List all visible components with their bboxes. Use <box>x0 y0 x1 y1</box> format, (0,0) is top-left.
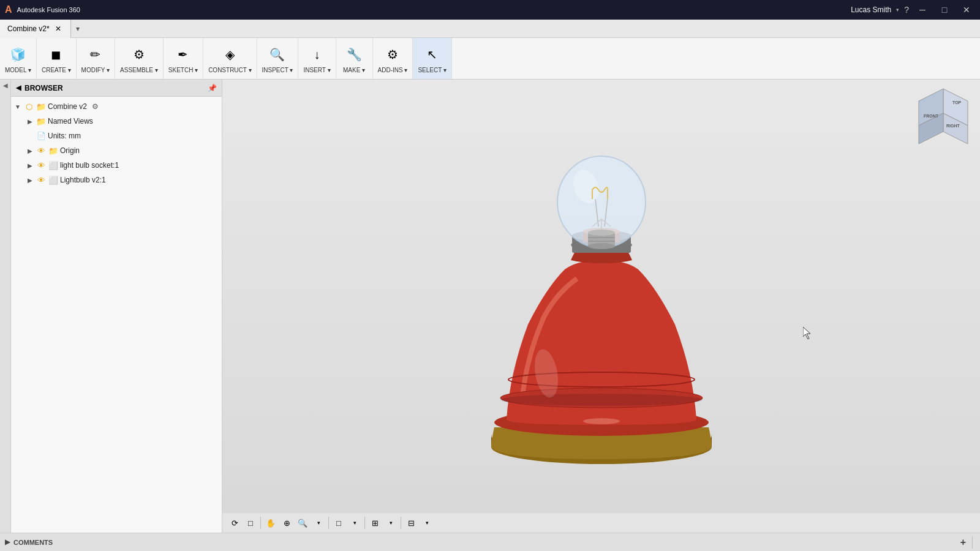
toolbar-modify-icon: ✏ <box>85 43 107 66</box>
browser-title: BROWSER <box>24 84 63 92</box>
tree-item-units[interactable]: ▶ 📄 Units: mm <box>23 129 222 143</box>
bulb-socket-box-icon: ⬜ <box>48 160 59 171</box>
toolbar-select-group[interactable]: ↖SELECT ▾ <box>413 38 452 79</box>
origin-folder-icon: 📁 <box>48 145 59 156</box>
toolbar-make-icon: 🔧 <box>343 43 365 66</box>
toolbar-construct-group[interactable]: ◈CONSTRUCT ▾ <box>203 38 257 79</box>
display-arrow-icon[interactable]: ▾ <box>347 515 362 530</box>
layout-arrow-icon[interactable]: ▾ <box>420 515 434 530</box>
tree-root[interactable]: ▼ ⬡ 📁 Combine v2 ⚙ <box>11 99 222 114</box>
toolbar-addins-icon: ⚙ <box>382 43 404 66</box>
root-settings-icon[interactable]: ⚙ <box>92 102 99 111</box>
browser-tree: ▼ ⬡ 📁 Combine v2 ⚙ ▶ 📁 Named Views ▶ 📄 U… <box>11 97 222 533</box>
browser-header: ◀ BROWSER 📌 <box>11 80 222 97</box>
expand-tabs-icon[interactable]: ▾ <box>71 24 85 33</box>
left-strip: ◀ <box>0 80 11 533</box>
comments-add-button[interactable]: + <box>960 537 966 548</box>
comments-separator <box>972 536 973 549</box>
toolbar-inspect-label: INSPECT ▾ <box>262 67 293 73</box>
layout-button[interactable]: ⊟ <box>404 515 418 530</box>
svg-text:TOP: TOP <box>952 100 962 105</box>
tree-item-origin[interactable]: ▶ 👁 📁 Origin <box>23 143 222 158</box>
toolbar-assemble-label: ASSEMBLE ▾ <box>120 67 158 73</box>
display-mode-button[interactable]: □ <box>331 515 346 530</box>
grid-arrow-icon[interactable]: ▾ <box>383 515 398 530</box>
toolbar-insert-group[interactable]: ↓INSERT ▾ <box>298 38 336 79</box>
pin-icon[interactable]: 📌 <box>208 84 217 92</box>
tree-item-lightbulb[interactable]: ▶ 👁 ⬜ Lightbulb v2:1 <box>23 173 222 187</box>
toolbar-create-label: CREATE ▾ <box>42 67 71 73</box>
toolbar-make-group[interactable]: 🔧MAKE ▾ <box>336 38 373 79</box>
toolbar-select-icon: ↖ <box>421 43 443 66</box>
orbit-button[interactable]: ⟳ <box>227 515 242 530</box>
zoom-button[interactable]: 🔍 <box>295 515 310 530</box>
close-button[interactable]: ✕ <box>958 1 975 18</box>
separator-4 <box>401 517 401 529</box>
toolbar-create-group[interactable]: ◼CREATE ▾ <box>37 38 77 79</box>
grid-button[interactable]: ⊞ <box>368 515 382 530</box>
toolbar-sketch-group[interactable]: ✒SKETCH ▾ <box>164 38 203 79</box>
minimize-button[interactable]: ─ <box>914 1 931 18</box>
viewport[interactable]: TOP FRONT RIGHT <box>222 80 980 533</box>
bulb-socket-toggle-icon[interactable]: ▶ <box>26 161 34 170</box>
collapse-icon[interactable]: ◀ <box>3 82 8 89</box>
toolbar-inspect-group[interactable]: 🔍INSPECT ▾ <box>257 38 299 79</box>
svg-point-25 <box>588 243 615 249</box>
tree-item-bulb-socket[interactable]: ▶ 👁 ⬜ light bulb socket:1 <box>23 158 222 173</box>
comments-bar: ▶ COMMENTS + <box>0 533 980 551</box>
comments-label: COMMENTS <box>13 539 53 546</box>
svg-point-29 <box>583 418 620 424</box>
lightbulb-toggle-icon[interactable]: ▶ <box>26 176 34 184</box>
toolbar-insert-label: INSERT ▾ <box>303 67 330 73</box>
named-views-toggle-icon[interactable]: ▶ <box>26 117 34 126</box>
toolbar-addins-group[interactable]: ⚙ADD-INS ▾ <box>373 38 413 79</box>
separator-1 <box>260 517 261 529</box>
active-tab[interactable]: Combine v2* ✕ <box>0 20 71 38</box>
tree-item-named-views[interactable]: ▶ 📁 Named Views <box>23 114 222 129</box>
bulb-socket-eye-icon[interactable]: 👁 <box>36 160 47 171</box>
zoom-region-button[interactable]: ⊕ <box>279 515 294 530</box>
bulb-socket-label: light bulb socket:1 <box>60 161 119 170</box>
lightbulb-box-icon: ⬜ <box>48 174 59 186</box>
toolbar: 🧊MODEL ▾◼CREATE ▾✏MODIFY ▾⚙ASSEMBLE ▾✒SK… <box>0 38 980 80</box>
title-bar-left: A Autodesk Fusion 360 <box>5 4 80 15</box>
origin-toggle-icon[interactable]: ▶ <box>26 146 34 155</box>
svg-text:FRONT: FRONT <box>924 114 939 118</box>
viewcube[interactable]: TOP FRONT RIGHT <box>913 86 974 147</box>
lightbulb-eye-icon[interactable]: 👁 <box>36 174 47 186</box>
toolbar-model-label: MODEL ▾ <box>5 67 31 73</box>
viewport-bottom-toolbar: ⟳ □ ✋ ⊕ 🔍 ▾ □ ▾ ⊞ ▾ ⊟ ▾ <box>222 513 980 533</box>
root-folder-icon: 📁 <box>36 101 47 112</box>
toolbar-create-icon: ◼ <box>45 43 67 66</box>
origin-label: Origin <box>60 146 80 155</box>
toolbar-modify-label: MODIFY ▾ <box>81 67 110 73</box>
origin-eye-icon[interactable]: 👁 <box>36 145 47 156</box>
help-button[interactable]: ? <box>904 5 909 15</box>
pan-button[interactable]: ✋ <box>263 515 278 530</box>
user-name[interactable]: Lucas Smith <box>851 6 891 14</box>
units-label: Units: mm <box>48 132 81 140</box>
toolbar-sketch-icon: ✒ <box>172 43 194 66</box>
toolbar-insert-icon: ↓ <box>306 43 328 66</box>
toolbar-model-group[interactable]: 🧊MODEL ▾ <box>0 38 37 79</box>
toolbar-modify-group[interactable]: ✏MODIFY ▾ <box>77 38 115 79</box>
comments-expand-icon[interactable]: ▶ <box>5 538 10 546</box>
lightbulb-label: Lightbulb v2:1 <box>60 176 106 184</box>
back-icon[interactable]: ◀ <box>16 84 21 92</box>
root-toggle-icon[interactable]: ▼ <box>13 102 22 111</box>
app-title: Autodesk Fusion 360 <box>17 6 80 13</box>
zoom-arrow-icon[interactable]: ▾ <box>311 515 326 530</box>
maximize-button[interactable]: □ <box>936 1 953 18</box>
toolbar-sketch-label: SKETCH ▾ <box>168 67 198 73</box>
toolbar-addins-label: ADD-INS ▾ <box>378 67 408 73</box>
toolbar-construct-label: CONSTRUCT ▾ <box>208 67 251 73</box>
fit-button[interactable]: □ <box>243 515 258 530</box>
cursor <box>803 327 813 337</box>
chevron-down-icon: ▾ <box>896 7 899 13</box>
tab-bar: Combine v2* ✕ ▾ <box>0 20 980 38</box>
tab-close-icon[interactable]: ✕ <box>53 24 63 34</box>
root-label: Combine v2 <box>48 102 87 111</box>
toolbar-assemble-icon: ⚙ <box>128 43 150 66</box>
toolbar-assemble-group[interactable]: ⚙ASSEMBLE ▾ <box>115 38 164 79</box>
units-page-icon: 📄 <box>36 130 47 141</box>
